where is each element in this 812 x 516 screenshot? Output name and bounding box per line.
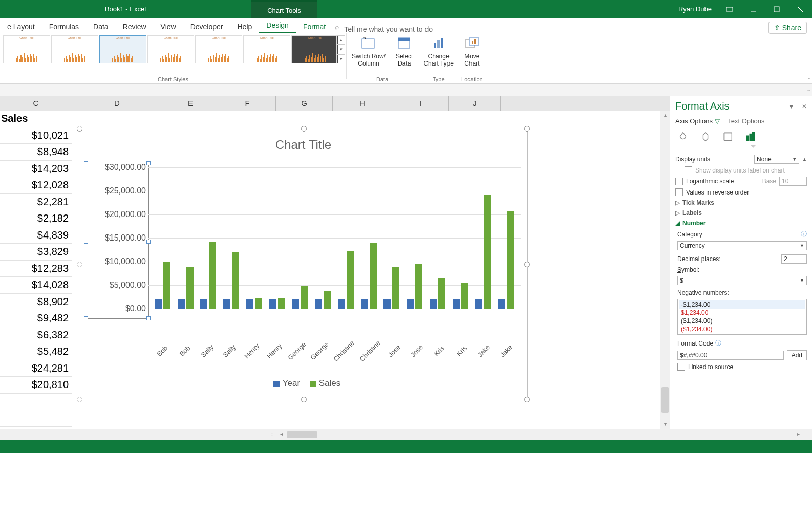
- chart-handle-tr[interactable]: [524, 126, 530, 132]
- decimal-places-input[interactable]: 2: [781, 254, 807, 264]
- bar-sales-7[interactable]: [324, 291, 331, 309]
- bar-year-10[interactable]: [383, 299, 391, 309]
- bar-sales-1[interactable]: [186, 267, 194, 309]
- y-axis-labels[interactable]: $30,000.00$25,000.00$20,000.00$15,000.00…: [86, 164, 146, 329]
- bar-group-6[interactable]: [289, 286, 312, 309]
- tab-view[interactable]: View: [154, 19, 183, 33]
- scroll-right-button[interactable]: ▸: [794, 429, 803, 440]
- minimize-icon[interactable]: [741, 0, 765, 18]
- bar-group-11[interactable]: [403, 264, 426, 309]
- bar-group-1[interactable]: [174, 267, 197, 309]
- sheet-split-handle[interactable]: ⋮: [269, 431, 275, 437]
- display-units-up[interactable]: ▲: [802, 157, 807, 162]
- bar-sales-10[interactable]: [392, 267, 399, 309]
- fill-line-icon[interactable]: [677, 131, 689, 142]
- chart-bars[interactable]: [151, 167, 518, 309]
- chart-style-2[interactable]: Chart Title: [51, 35, 98, 63]
- bar-year-2[interactable]: [200, 299, 207, 309]
- axis-options-icon[interactable]: [745, 131, 756, 142]
- neg-option-0[interactable]: -$1,234.00: [679, 300, 805, 309]
- cell-c-1[interactable]: $8,948: [0, 144, 72, 161]
- formula-bar[interactable]: ⌄: [0, 84, 812, 96]
- col-header-J[interactable]: J: [449, 96, 501, 111]
- cell-c-3[interactable]: $12,028: [0, 177, 72, 194]
- category-info-icon[interactable]: ⓘ: [801, 230, 807, 239]
- text-options-tab[interactable]: Text Options: [728, 117, 764, 125]
- cell-c-10[interactable]: $8,902: [0, 294, 72, 311]
- bar-sales-6[interactable]: [301, 286, 308, 309]
- format-code-input[interactable]: $#,##0.00: [677, 351, 784, 360]
- cell-c-15[interactable]: $20,810: [0, 377, 72, 394]
- chart-style-3[interactable]: Chart Title: [99, 35, 146, 63]
- tick-marks-section[interactable]: ▷Tick Marks: [675, 199, 807, 206]
- horizontal-scrollbar[interactable]: ◂ ▸: [276, 429, 803, 440]
- ribbon-display-icon[interactable]: [718, 0, 741, 18]
- col-header-G[interactable]: G: [276, 96, 333, 111]
- bar-group-8[interactable]: [334, 251, 357, 309]
- pane-options-icon[interactable]: ▼: [788, 103, 795, 110]
- bar-group-0[interactable]: [151, 262, 174, 309]
- cell-empty[interactable]: [0, 394, 72, 411]
- tab-page-layout[interactable]: e Layout: [0, 19, 42, 33]
- collapse-ribbon-icon[interactable]: ˆ: [808, 77, 810, 83]
- tell-me-input[interactable]: Tell me what you want to do: [344, 25, 433, 33]
- bar-year-8[interactable]: [338, 299, 345, 309]
- bar-group-13[interactable]: [449, 283, 472, 309]
- cell-c-9[interactable]: $14,028: [0, 277, 72, 294]
- chart-handle-tl[interactable]: [77, 126, 82, 132]
- chart-style-6[interactable]: Chart Title: [243, 35, 290, 63]
- display-units-dropdown[interactable]: None▼: [754, 155, 799, 164]
- chart-handle-mr[interactable]: [524, 262, 530, 267]
- cell-c-14[interactable]: $24,281: [0, 360, 72, 377]
- cell-c-13[interactable]: $5,482: [0, 343, 72, 360]
- col-header-F[interactable]: F: [219, 96, 276, 111]
- cell-c-0[interactable]: $10,021: [0, 127, 72, 144]
- bar-sales-4[interactable]: [255, 298, 262, 309]
- formula-expand-icon[interactable]: ⌄: [806, 86, 811, 93]
- col-header-D[interactable]: D: [72, 96, 162, 111]
- chart-style-4[interactable]: Chart Title: [147, 35, 195, 63]
- spreadsheet-grid[interactable]: CDEFGHIJ Sales$10,021$8,948$14,203$12,02…: [0, 96, 670, 429]
- bar-sales-2[interactable]: [209, 242, 216, 309]
- axis-options-tab[interactable]: Axis Options ▽: [675, 117, 720, 125]
- close-icon[interactable]: [788, 0, 812, 18]
- neg-option-3[interactable]: ($1,234.00): [679, 325, 805, 333]
- format-code-info-icon[interactable]: ⓘ: [715, 339, 721, 348]
- bar-sales-3[interactable]: [232, 252, 239, 309]
- tab-review[interactable]: Review: [116, 19, 154, 33]
- gallery-up-button[interactable]: ▴: [337, 35, 345, 45]
- share-button[interactable]: ⇪ Share: [768, 22, 807, 34]
- tab-formulas[interactable]: Formulas: [42, 19, 86, 33]
- add-button[interactable]: Add: [787, 350, 807, 360]
- scroll-down-button[interactable]: ▾: [660, 420, 670, 429]
- bar-sales-8[interactable]: [347, 251, 354, 309]
- chart-style-5[interactable]: Chart Title: [195, 35, 242, 63]
- category-dropdown[interactable]: Currency▼: [677, 241, 807, 250]
- bar-group-7[interactable]: [311, 291, 334, 309]
- bar-sales-5[interactable]: [278, 298, 285, 309]
- chart-title[interactable]: Chart Title: [79, 128, 527, 152]
- reverse-order-checkbox[interactable]: [675, 188, 683, 196]
- bar-sales-13[interactable]: [461, 283, 468, 309]
- cell-c-4[interactable]: $2,281: [0, 194, 72, 211]
- bar-year-3[interactable]: [223, 299, 230, 309]
- gallery-more-button[interactable]: ▾: [337, 54, 345, 63]
- bar-year-11[interactable]: [407, 299, 414, 309]
- linked-to-source-checkbox[interactable]: [677, 363, 685, 371]
- chart-style-1[interactable]: Chart Title: [3, 35, 50, 63]
- bar-group-10[interactable]: [380, 267, 403, 309]
- bar-group-12[interactable]: [426, 278, 449, 309]
- bar-sales-12[interactable]: [438, 278, 445, 309]
- chart-handle-br[interactable]: [524, 397, 530, 402]
- bar-year-0[interactable]: [155, 299, 162, 309]
- bar-group-15[interactable]: [495, 211, 518, 309]
- gallery-down-button[interactable]: ▾: [337, 45, 345, 54]
- chart-plot-area[interactable]: $30,000.00$25,000.00$20,000.00$15,000.00…: [86, 164, 521, 328]
- log-scale-checkbox[interactable]: [675, 178, 683, 185]
- chart-handle-bm[interactable]: [301, 397, 307, 402]
- bar-sales-14[interactable]: [484, 195, 491, 309]
- cell-c-6[interactable]: $4,839: [0, 227, 72, 244]
- scroll-thumb-v[interactable]: [661, 387, 669, 413]
- chart-handle-bl[interactable]: [77, 397, 82, 402]
- bar-year-6[interactable]: [292, 299, 299, 309]
